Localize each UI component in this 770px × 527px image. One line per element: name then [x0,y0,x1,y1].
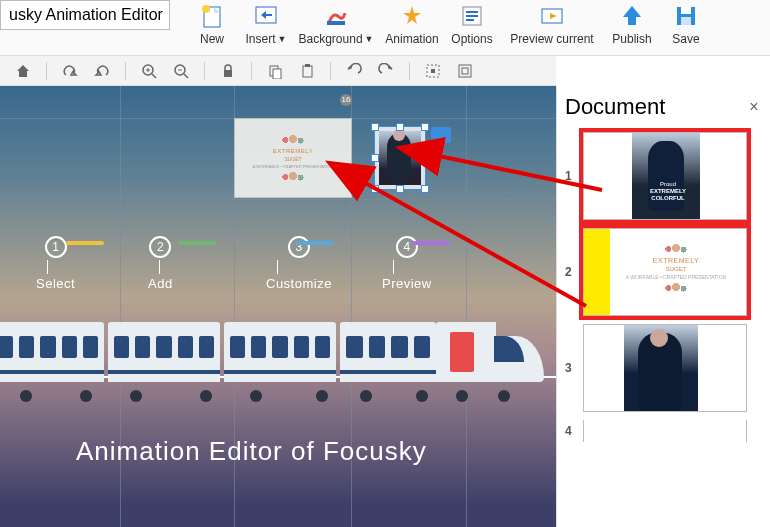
undo-icon[interactable] [93,62,111,80]
svg-rect-17 [681,17,691,25]
background-button[interactable]: Background▼ [296,0,376,46]
slide-thumbnail[interactable] [583,420,747,442]
publish-button[interactable]: Publish [608,0,656,46]
svg-rect-25 [224,70,232,77]
step-bar [412,241,450,245]
svg-line-19 [152,74,156,78]
thumb-row-3[interactable]: 3 [565,324,762,412]
step-bar [178,241,216,245]
new-label: New [200,32,224,46]
thumb-row-2[interactable]: 2 EXTREMELY SUGET A WORKABLE • CRAFTED P… [565,228,762,316]
animation-label: Animation [385,32,438,46]
flower-icon [657,282,695,294]
chevron-down-icon: ▼ [278,34,287,44]
insert-button[interactable]: Insert▼ [242,0,290,46]
close-icon[interactable]: × [746,98,762,116]
save-button[interactable]: Save [662,0,710,46]
background-icon [322,2,350,30]
step-1: 1 Select [36,236,75,291]
svg-marker-7 [403,6,421,24]
resize-handle[interactable] [421,185,429,193]
canvas[interactable]: 16 EXTREMELY SUGET A WORKABLE • CRAFTED … [0,86,556,527]
save-icon [672,2,700,30]
canvas-title-text: Animation Editor of Focusky [76,436,427,467]
train-illustration [0,302,556,392]
svg-line-23 [184,74,188,78]
svg-rect-11 [466,19,474,21]
fit-screen-icon[interactable] [456,62,474,80]
flower-icon [657,243,695,255]
resize-handle[interactable] [396,185,404,193]
zoom-in-icon[interactable] [140,62,158,80]
selection-tag-icon[interactable] [431,127,451,143]
svg-rect-32 [459,65,471,77]
svg-rect-9 [466,11,478,13]
step-bar [66,241,104,245]
new-icon [198,2,226,30]
step-2: 2 Add [148,236,173,291]
svg-rect-5 [266,14,272,16]
resize-handle[interactable] [421,154,429,162]
new-button[interactable]: New [188,0,236,46]
background-label: Background▼ [299,32,374,46]
svg-marker-14 [623,6,641,25]
preview-icon [538,2,566,30]
svg-rect-10 [466,15,478,17]
slide-thumbnail[interactable] [583,324,747,412]
step-3: 3 Customize [266,236,332,291]
copy-icon[interactable] [266,62,284,80]
document-panel: Document × 1 ProudEXTREMELYCOLORFUL 2 EX… [556,86,770,527]
options-label: Options [451,32,492,46]
animation-icon [398,2,426,30]
canvas-object-card[interactable]: EXTREMELY SUGET A WORKABLE • CRAFTED PRE… [234,118,352,198]
slide-thumbnail[interactable]: EXTREMELY SUGET A WORKABLE • CRAFTED PRE… [583,228,747,316]
animation-button[interactable]: Animation [382,0,442,46]
redo-icon[interactable] [61,62,79,80]
publish-icon [618,2,646,30]
flower-icon [274,171,312,183]
resize-handle[interactable] [371,185,379,193]
flower-icon [274,134,312,146]
resize-handle[interactable] [371,123,379,131]
app-title: usky Animation Editor [0,0,170,30]
svg-rect-16 [681,7,691,14]
undo2-icon[interactable] [345,62,363,80]
preview-current-button[interactable]: Preview current [502,0,602,46]
options-icon [458,2,486,30]
svg-rect-28 [303,66,312,77]
edit-toolbar [0,56,556,86]
ribbon-items: New Insert▼ Background▼ Animation Option… [188,0,710,46]
svg-rect-33 [462,68,468,74]
publish-label: Publish [612,32,651,46]
svg-rect-6 [327,21,345,25]
svg-point-2 [202,5,210,13]
svg-rect-31 [431,69,435,73]
rotation-handle[interactable]: 16 [340,94,352,106]
save-label: Save [672,32,699,46]
home-icon[interactable] [14,62,32,80]
thumb-row-1[interactable]: 1 ProudEXTREMELYCOLORFUL [565,132,762,220]
chevron-down-icon: ▼ [365,34,374,44]
step-bar [296,241,334,245]
zoom-out-icon[interactable] [172,62,190,80]
thumb-row-4[interactable]: 4 [565,420,762,442]
fit-selection-icon[interactable] [424,62,442,80]
svg-rect-29 [305,64,310,67]
resize-handle[interactable] [396,123,404,131]
insert-label: Insert▼ [246,32,287,46]
preview-current-label: Preview current [510,32,593,46]
redo2-icon[interactable] [377,62,395,80]
lock-icon[interactable] [219,62,237,80]
paste-icon[interactable] [298,62,316,80]
slide-thumbnail[interactable]: ProudEXTREMELYCOLORFUL [583,132,747,220]
document-panel-title: Document [565,94,665,120]
step-4: 4 Preview [382,236,432,291]
options-button[interactable]: Options [448,0,496,46]
resize-handle[interactable] [421,123,429,131]
main-area: 16 EXTREMELY SUGET A WORKABLE • CRAFTED … [0,86,770,527]
insert-icon [252,2,280,30]
resize-handle[interactable] [371,154,379,162]
canvas-selected-image[interactable] [374,126,426,190]
ribbon: usky Animation Editor New Insert▼ Backgr… [0,0,770,56]
svg-rect-27 [273,69,281,79]
